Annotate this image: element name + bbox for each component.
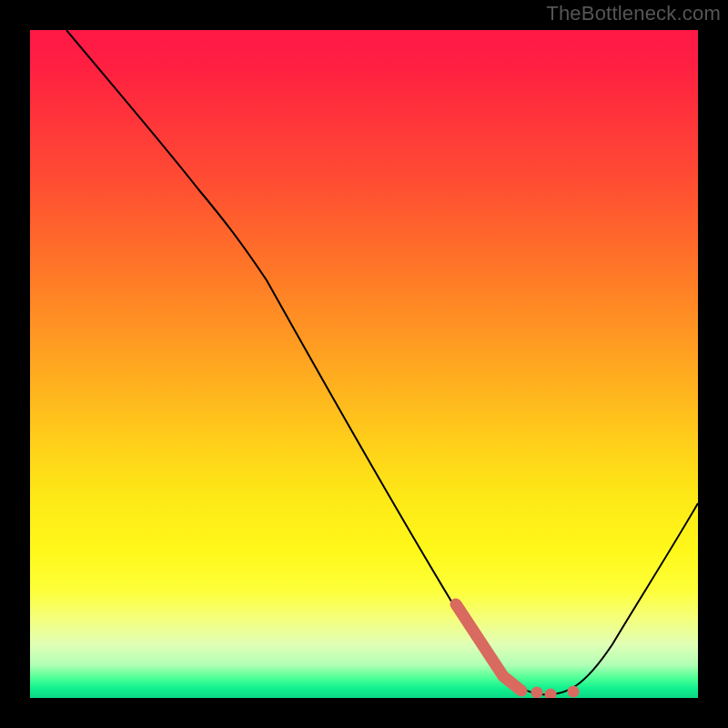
chart-container: TheBottleneck.com	[0, 0, 728, 728]
highlight-dot	[531, 687, 543, 699]
bottleneck-curve	[66, 30, 698, 694]
watermark-text: TheBottleneck.com	[546, 2, 721, 25]
highlight-dot	[545, 689, 557, 699]
highlight-segment	[456, 604, 521, 691]
overlay-svg	[30, 30, 698, 698]
highlight-dot	[568, 686, 580, 698]
plot-area	[30, 30, 698, 698]
